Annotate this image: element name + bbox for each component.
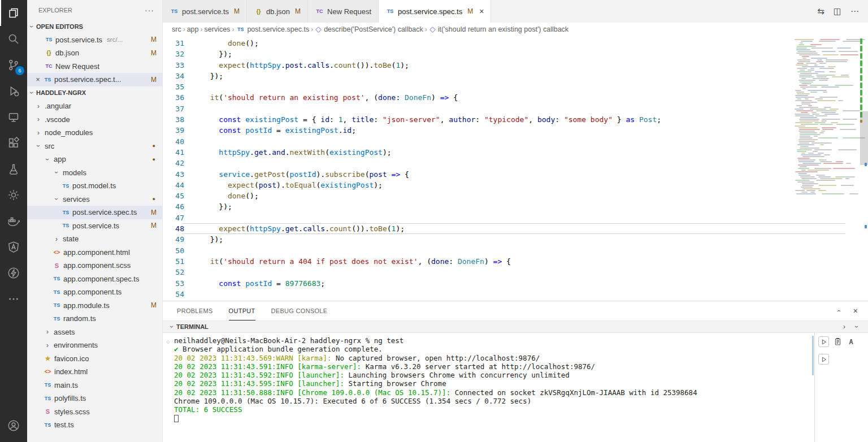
tree-file-app-component-html[interactable]: <>app.component.html (27, 246, 162, 259)
breadcrumb-item-post-service-spec-ts[interactable]: TSpost.service.spec.ts (236, 25, 309, 33)
tree-folder-src[interactable]: ›src● (27, 140, 162, 153)
code-line[interactable]: 41 httpSpy.get.and.nextWith(existingPost… (163, 147, 785, 158)
open-editor-item-post-service-spec-t[interactable]: ×TSpost.service.spec.t...M (27, 73, 162, 86)
tree-file-app-component-spec-ts[interactable]: TSapp.component.spec.ts (27, 272, 162, 286)
tree-file-main-ts[interactable]: TSmain.ts (27, 379, 162, 392)
letter-a-icon[interactable]: A (846, 336, 856, 347)
close-icon[interactable]: × (479, 7, 484, 16)
source-control-icon[interactable]: 6 (0, 52, 27, 78)
tree-root-header[interactable]: › HADDLEY-NGRX (27, 86, 162, 100)
run-command-icon[interactable] (818, 354, 829, 365)
code-line[interactable]: 48 expect(httpSpy.get.calls.count()).toB… (163, 223, 785, 234)
code-line[interactable]: 50 (163, 245, 785, 256)
chevron-right-icon[interactable]: › (843, 323, 845, 331)
search-icon[interactable] (0, 26, 27, 52)
tree-folder-environments[interactable]: ›environments (27, 339, 162, 352)
code-line[interactable]: 54 (163, 289, 785, 300)
tree-folder-app[interactable]: ›app● (27, 153, 162, 166)
tree-file-random-ts[interactable]: TSrandom.ts (27, 312, 162, 326)
tree-file-index-html[interactable]: <>index.html (27, 365, 162, 379)
tree-folder-models[interactable]: ›models (27, 166, 162, 180)
tree-file-app-component-ts[interactable]: TSapp.component.ts (27, 285, 162, 299)
open-editor-item-new-request[interactable]: TCNew Request (27, 60, 162, 73)
code-line[interactable]: 33 expect(httpSpy.post.calls.count()).to… (163, 60, 785, 71)
tree-folder-vscode[interactable]: ›.vscode (27, 113, 162, 127)
extensions-icon[interactable] (0, 130, 27, 156)
terminal[interactable]: ○neilhaddley@Neils-MacBook-Air-2 haddley… (163, 333, 868, 442)
tree-file-post-service-ts[interactable]: TSpost.service.tsM (27, 219, 162, 233)
code-line[interactable]: 36 it('should return an existing post', … (163, 92, 785, 103)
explorer-icon[interactable] (0, 0, 27, 26)
run-and-debug-icon[interactable] (0, 78, 27, 104)
thunder-client-icon[interactable] (0, 260, 27, 286)
remote-explorer-icon[interactable] (0, 104, 27, 130)
tree-folder-services[interactable]: ›services● (27, 193, 162, 206)
code-line[interactable]: 49 }); (163, 234, 785, 245)
explorer-more-actions-icon[interactable]: ··· (145, 6, 154, 15)
testing-icon[interactable] (0, 156, 27, 182)
tree-file-post-model-ts[interactable]: TSpost.model.ts (27, 179, 162, 193)
tree-file-test-ts[interactable]: TStest.ts (27, 418, 162, 432)
close-icon[interactable]: × (33, 75, 43, 84)
tree-file-favicon-ico[interactable]: ★favicon.ico (27, 352, 162, 366)
tree-file-styles-scss[interactable]: Sstyles.scss (27, 405, 162, 419)
breadcrumb-item-app[interactable]: app (187, 25, 199, 33)
code-line[interactable]: 44 expect(post).toEqual(existingPost); (163, 180, 785, 190)
tree-file-app-component-scss[interactable]: Sapp.component.scss (27, 259, 162, 272)
tree-folder-angular[interactable]: ›.angular (27, 99, 162, 113)
tree-file-polyfills-ts[interactable]: TSpolyfills.ts (27, 392, 162, 405)
code-line[interactable]: 40 (163, 136, 785, 147)
code-line[interactable]: 45 done(); (163, 190, 785, 201)
tree-folder-node-modules[interactable]: ›node_modules (27, 126, 162, 140)
tab-new-request[interactable]: TCNew Request (308, 0, 379, 23)
code-line[interactable]: 52 (163, 267, 785, 278)
chevron-down-icon[interactable]: › (853, 322, 861, 331)
code-line[interactable]: 51 it('should return a 404 if post does … (163, 256, 785, 267)
breadcrumb-item-services[interactable]: services (205, 25, 231, 33)
command-decoration-icon[interactable]: ○ (167, 337, 170, 346)
open-editor-item-db-json[interactable]: {}db.jsonM (27, 46, 162, 60)
breadcrumb-item-src[interactable]: src (172, 25, 181, 33)
open-editors-header[interactable]: › OPEN EDITORS (27, 20, 162, 33)
panel-close-icon[interactable]: × (853, 306, 858, 315)
code-line[interactable]: 47 (163, 213, 785, 223)
more-views-icon[interactable] (0, 286, 27, 312)
code-line[interactable]: 42 (163, 158, 785, 168)
panel-tab-debug-console[interactable]: DEBUG CONSOLE (271, 301, 328, 320)
split-editor-icon[interactable]: ◫ (834, 6, 841, 16)
open-changes-icon[interactable]: ⇆ (817, 6, 824, 16)
code-line[interactable]: 53 const postId = 89776683; (163, 278, 785, 289)
tree-folder-assets[interactable]: ›assets (27, 326, 162, 339)
code-line[interactable]: 39 const postId = existingPost.id; (163, 125, 785, 136)
tab-db-json[interactable]: {}db.jsonM (247, 0, 308, 23)
accounts-icon[interactable] (0, 413, 27, 439)
ngrx-devtools-icon[interactable] (0, 182, 27, 208)
panel-tab-problems[interactable]: PROBLEMS (177, 301, 213, 320)
more-actions-icon[interactable]: ⋯ (850, 6, 859, 16)
code-editor[interactable]: 31 done();32 });33 expect(httpSpy.post.c… (163, 36, 868, 301)
clipboard-icon[interactable] (832, 336, 843, 347)
code-line[interactable]: 38 const existingPost = { id: 1, title: … (163, 114, 785, 125)
open-editor-item-post-service-ts[interactable]: TSpost.service.tssrc/...M (27, 33, 162, 47)
tab-post-service-ts[interactable]: TSpost.service.tsM (163, 0, 247, 23)
panel-tab-output[interactable]: OUTPUT (229, 301, 255, 320)
code-line[interactable]: 43 service.getPost(postId).subscribe(pos… (163, 169, 785, 180)
code-line[interactable]: 31 done(); (163, 38, 785, 49)
breadcrumb-item-it-should-return-an-existing-post-callback[interactable]: it('should return an existing post') cal… (429, 25, 568, 33)
tab-post-service-spec-ts[interactable]: TSpost.service.spec.tsM× (379, 0, 491, 23)
minimap[interactable] (795, 39, 858, 195)
tree-folder-state[interactable]: ›state (27, 232, 162, 246)
run-command-icon[interactable] (818, 336, 829, 347)
code-line[interactable]: 32 }); (163, 49, 785, 59)
tree-file-app-module-ts[interactable]: TSapp.module.tsM (27, 299, 162, 313)
code-line[interactable]: 34 }); (163, 71, 785, 81)
tree-file-post-service-spec-ts[interactable]: TSpost.service.spec.tsM (27, 206, 162, 219)
editor-scrollbar[interactable] (860, 111, 868, 165)
terminal-scrollbar[interactable] (812, 336, 814, 375)
panel-maximize-icon[interactable]: › (835, 306, 843, 315)
docker-icon[interactable] (0, 208, 27, 234)
code-line[interactable]: 46 }); (163, 201, 785, 212)
terminal-section-header[interactable]: › TERMINAL › › (163, 320, 868, 333)
breadcrumb-item-describe-postservice-callback[interactable]: describe('PostService') callback (315, 25, 423, 33)
angular-icon[interactable] (0, 234, 27, 260)
